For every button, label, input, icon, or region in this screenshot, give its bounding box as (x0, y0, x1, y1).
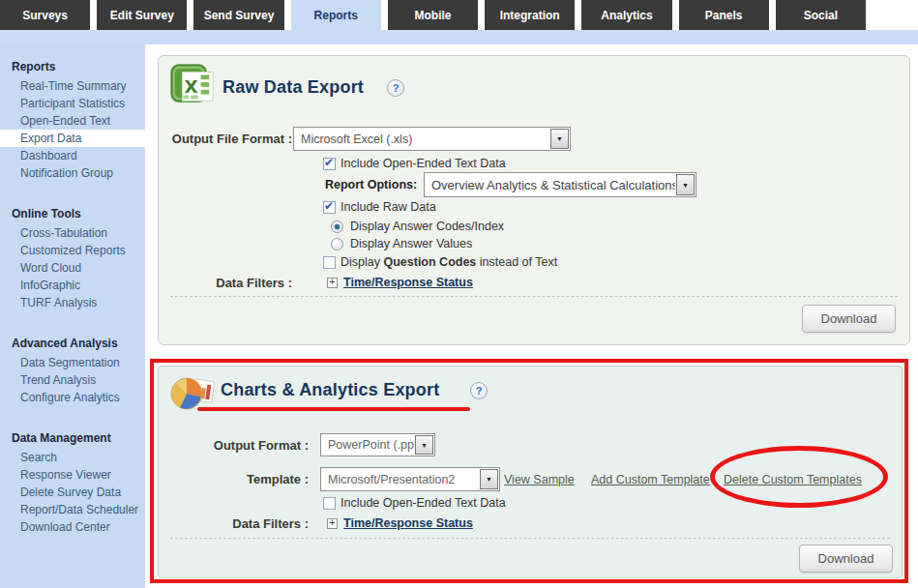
sidebar-section-data-management: Data Management Search Response Viewer D… (0, 429, 145, 536)
include-open-ended-checkbox[interactable] (323, 497, 336, 510)
time-response-status-link[interactable]: Time/Response Status (343, 276, 473, 289)
panel-title: Raw Data Export (222, 77, 364, 98)
tab-analytics[interactable]: Analytics (581, 0, 671, 30)
output-file-format-value: Microsoft Excel (.xls) (294, 132, 549, 146)
report-options-dropdown[interactable]: Overview Analytics & Statistical Calcula… (424, 172, 696, 197)
include-raw-data-row: Include Raw Data (323, 200, 436, 214)
nav-active-strip (0, 30, 918, 44)
answer-values-row: Display Answer Values (331, 237, 472, 250)
sidebar-item-configure-analytics[interactable]: Configure Analytics (0, 389, 145, 406)
question-codes-row: Display Question Codes instead of Text (323, 255, 557, 269)
question-codes-checkbox[interactable] (323, 256, 336, 269)
delete-custom-templates-link[interactable]: Delete Custom Templates (724, 473, 862, 486)
output-format-value: PowerPoint (.pptx) (321, 438, 414, 452)
expand-plus-icon[interactable]: + (327, 518, 338, 529)
download-button[interactable]: Download (799, 544, 893, 573)
sidebar-item-real-time-summary[interactable]: Real-Time Summary (0, 77, 145, 95)
answer-codes-label: Display Answer Codes/Index (350, 220, 504, 233)
view-sample-link[interactable]: View Sample (504, 473, 575, 486)
sidebar-header-reports: Reports (0, 58, 145, 77)
include-raw-data-label: Include Raw Data (341, 200, 436, 214)
pie-chart-icon (168, 372, 217, 415)
sidebar-section-reports: Reports Real-Time Summary Participant St… (0, 58, 145, 182)
add-custom-template-link[interactable]: Add Custom Template (591, 473, 710, 486)
expand-plus-icon[interactable]: + (327, 278, 338, 288)
sidebar-item-customized-reports[interactable]: Customized Reports (0, 242, 145, 259)
chevron-down-icon[interactable]: ▼ (550, 129, 569, 149)
template-label: Template : (168, 472, 309, 486)
template-dropdown[interactable]: Microsoft/Presentation2 ▼ (320, 467, 500, 491)
output-format-dropdown[interactable]: PowerPoint (.pptx) ▼ (320, 433, 435, 456)
time-response-status-link[interactable]: Time/Response Status (343, 516, 473, 530)
data-filters-label: Data Filters : (168, 276, 292, 290)
separator (170, 296, 898, 297)
sidebar-section-online-tools: Online Tools Cross-Tabulation Customized… (0, 205, 145, 311)
output-file-format-dropdown[interactable]: Microsoft Excel (.xls) ▼ (293, 127, 571, 151)
separator (170, 538, 890, 539)
tab-send-survey[interactable]: Send Survey (193, 0, 283, 30)
chevron-down-icon[interactable]: ▼ (480, 469, 498, 489)
sidebar-item-turf-analysis[interactable]: TURF Analysis (0, 294, 145, 311)
sidebar-item-notification-group[interactable]: Notification Group (0, 164, 145, 182)
output-file-format-label: Output File Format : (168, 132, 292, 146)
sidebar-section-advanced-analysis: Advanced Analysis Data Segmentation Tren… (0, 335, 145, 406)
help-icon[interactable]: ? (387, 79, 404, 97)
sidebar-item-response-viewer[interactable]: Response Viewer (0, 466, 145, 484)
sidebar-item-trend-analysis[interactable]: Trend Analysis (0, 371, 145, 389)
chevron-down-icon[interactable]: ▼ (676, 174, 695, 195)
sidebar-item-infographic[interactable]: InfoGraphic (0, 277, 145, 294)
excel-icon: X (170, 62, 215, 106)
tab-edit-survey[interactable]: Edit Survey (97, 0, 187, 30)
report-options-label: Report Options: (325, 178, 417, 191)
output-format-label: Output Format : (168, 438, 309, 453)
report-options-value: Overview Analytics & Statistical Calcula… (425, 178, 675, 192)
data-filters-row: + Time/Response Status (327, 516, 473, 530)
help-icon[interactable]: ? (470, 382, 488, 399)
include-open-ended-row: Include Open-Ended Text Data (323, 157, 506, 170)
download-button[interactable]: Download (802, 305, 896, 333)
tab-social[interactable]: Social (776, 0, 866, 30)
charts-analytics-export-panel: Charts & Analytics Export ? Output Forma… (158, 366, 903, 578)
sidebar-item-data-segmentation[interactable]: Data Segmentation (0, 354, 145, 371)
tab-reports[interactable]: Reports (291, 0, 381, 30)
include-open-ended-row: Include Open-Ended Text Data (323, 496, 506, 510)
include-open-ended-checkbox[interactable] (323, 158, 336, 170)
sidebar-item-open-ended-text[interactable]: Open-Ended Text (0, 112, 145, 130)
sidebar-item-cross-tabulation[interactable]: Cross-Tabulation (0, 224, 145, 242)
raw-data-export-panel: X Raw Data Export ? Output File Format :… (158, 55, 910, 345)
answer-values-radio[interactable] (331, 238, 343, 250)
data-filters-label: Data Filters : (168, 516, 309, 531)
tab-mobile[interactable]: Mobile (388, 0, 478, 30)
include-open-ended-label: Include Open-Ended Text Data (341, 496, 506, 510)
sidebar: Reports Real-Time Summary Participant St… (0, 44, 145, 588)
sidebar-item-participant-statistics[interactable]: Participant Statistics (0, 95, 145, 112)
include-open-ended-label: Include Open-Ended Text Data (341, 157, 506, 170)
data-filters-row: + Time/Response Status (327, 276, 473, 289)
tab-surveys[interactable]: Surveys (0, 0, 90, 30)
tab-panels[interactable]: Panels (679, 0, 769, 30)
template-value: Microsoft/Presentation2 (321, 473, 479, 486)
answer-codes-row: Display Answer Codes/Index (331, 220, 504, 233)
top-navigation: Surveys Edit Survey Send Survey Reports … (0, 0, 866, 30)
sidebar-item-dashboard[interactable]: Dashboard (0, 147, 145, 164)
sidebar-item-delete-survey-data[interactable]: Delete Survey Data (0, 484, 145, 501)
panel-title: Charts & Analytics Export (221, 380, 439, 400)
question-codes-label: Display Question Codes instead of Text (341, 255, 557, 269)
chevron-down-icon[interactable]: ▼ (415, 435, 433, 455)
answer-codes-radio[interactable] (331, 220, 343, 233)
tab-integration[interactable]: Integration (485, 0, 575, 30)
sidebar-header-data-management: Data Management (0, 429, 145, 449)
answer-values-label: Display Answer Values (350, 237, 472, 250)
sidebar-item-download-center[interactable]: Download Center (0, 518, 145, 536)
sidebar-header-online-tools: Online Tools (0, 205, 145, 224)
sidebar-item-report-data-scheduler[interactable]: Report/Data Scheduler (0, 501, 145, 518)
sidebar-item-word-cloud[interactable]: Word Cloud (0, 259, 145, 277)
sidebar-item-search[interactable]: Search (0, 449, 145, 466)
app-window: Surveys Edit Survey Send Survey Reports … (0, 0, 918, 588)
sidebar-item-export-data[interactable]: Export Data (0, 130, 145, 147)
svg-text:X: X (184, 76, 197, 97)
sidebar-header-advanced-analysis: Advanced Analysis (0, 335, 145, 354)
include-raw-data-checkbox[interactable] (323, 201, 336, 214)
